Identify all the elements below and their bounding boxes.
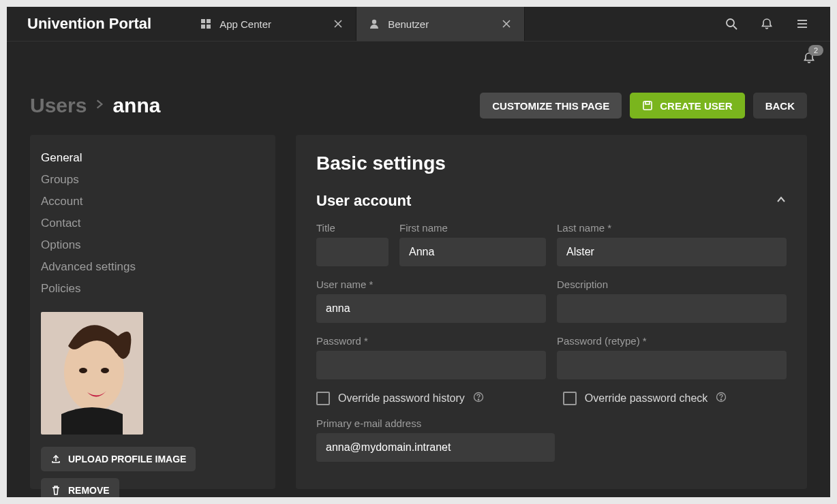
field-first-name: First name	[399, 222, 546, 266]
columns: General Groups Account Contact Options A…	[30, 135, 807, 489]
sidebar-item-options[interactable]: Options	[41, 234, 264, 256]
close-icon[interactable]	[333, 18, 344, 29]
form-row: Title First name Last name *	[316, 222, 787, 266]
user-name-input[interactable]	[316, 294, 546, 323]
password-label: Password *	[316, 335, 546, 347]
main-panel: Basic settings User account Title	[296, 135, 807, 489]
form-row: User name * Description	[316, 279, 787, 323]
svg-point-23	[721, 399, 722, 400]
svg-point-19	[101, 368, 109, 373]
section-header[interactable]: User account	[316, 192, 787, 210]
tab-label: Benutzer	[388, 18, 493, 30]
chevron-right-icon	[93, 98, 106, 113]
sidebar-item-account[interactable]: Account	[41, 191, 264, 212]
user-icon	[369, 18, 380, 29]
svg-rect-3	[207, 25, 211, 29]
top-bar: Univention Portal App Center Benutzer	[7, 7, 830, 41]
last-name-input[interactable]	[557, 238, 787, 266]
search-icon[interactable]	[724, 16, 739, 31]
create-user-button[interactable]: CREATE USER	[630, 93, 744, 119]
field-password-retype: Password (retype) *	[557, 335, 787, 379]
breadcrumb-current: anna	[112, 94, 160, 117]
tab-strip: App Center Benutzer	[188, 7, 525, 41]
first-name-label: First name	[399, 222, 546, 234]
field-description: Description	[557, 279, 787, 323]
primary-email-input[interactable]	[316, 433, 555, 462]
field-primary-email: Primary e-mail address	[316, 418, 555, 462]
tab-app-center[interactable]: App Center	[188, 7, 356, 41]
brand-title: Univention Portal	[27, 15, 151, 33]
user-name-label: User name *	[316, 279, 546, 290]
page-actions: CUSTOMIZE THIS PAGE CREATE USER BACK	[480, 93, 807, 119]
sidebar-item-advanced[interactable]: Advanced settings	[41, 256, 264, 278]
customize-page-button[interactable]: CUSTOMIZE THIS PAGE	[480, 93, 622, 119]
checkbox-icon[interactable]	[563, 392, 577, 405]
form-row: Primary e-mail address	[316, 418, 787, 462]
sidebar-item-groups[interactable]: Groups	[41, 169, 264, 191]
override-check-label: Override password check	[585, 392, 708, 405]
tab-benutzer[interactable]: Benutzer	[356, 7, 525, 41]
chevron-up-icon	[776, 194, 787, 208]
description-input[interactable]	[557, 294, 787, 323]
tab-label: App Center	[219, 18, 324, 30]
svg-rect-15	[645, 101, 650, 104]
notifications-badge: 2	[808, 45, 823, 56]
password-retype-label: Password (retype) *	[557, 335, 787, 347]
primary-email-label: Primary e-mail address	[316, 418, 555, 429]
checkbox-row: Override password history Override passw…	[316, 392, 787, 405]
field-last-name: Last name *	[557, 222, 787, 266]
profile-image	[41, 312, 143, 435]
sidebar-item-general[interactable]: General	[41, 147, 264, 169]
apps-icon	[200, 18, 211, 29]
field-title: Title	[316, 222, 389, 266]
svg-point-18	[79, 368, 87, 373]
second-bar: 2	[7, 41, 830, 74]
description-label: Description	[557, 279, 787, 290]
menu-icon[interactable]	[795, 16, 810, 31]
svg-rect-2	[201, 25, 205, 29]
form-row: Password * Password (retype) *	[316, 335, 787, 379]
last-name-label: Last name *	[557, 222, 787, 234]
upload-icon	[50, 454, 61, 464]
upload-profile-image-button[interactable]: UPLOAD PROFILE IMAGE	[41, 447, 196, 471]
notifications-bell[interactable]: 2	[802, 50, 817, 65]
svg-point-21	[478, 399, 478, 400]
bell-icon[interactable]	[759, 16, 774, 31]
topbar-icons	[724, 16, 810, 31]
sidebar-item-policies[interactable]: Policies	[41, 278, 264, 300]
close-icon[interactable]	[501, 18, 512, 29]
content-area: Users anna CUSTOMIZE THIS PAGE CREATE US…	[7, 74, 830, 497]
section-title: User account	[316, 192, 411, 210]
svg-line-10	[733, 26, 737, 29]
trash-icon	[50, 485, 61, 496]
checkbox-icon[interactable]	[316, 392, 330, 405]
override-check-item[interactable]: Override password check	[563, 392, 727, 405]
svg-rect-0	[201, 19, 205, 23]
first-name-input[interactable]	[399, 238, 546, 266]
field-user-name: User name *	[316, 279, 546, 323]
svg-rect-14	[643, 101, 652, 110]
remove-button[interactable]: REMOVE	[41, 478, 119, 497]
help-icon[interactable]	[473, 392, 484, 405]
password-input[interactable]	[316, 351, 546, 379]
back-button[interactable]: BACK	[753, 93, 807, 119]
field-password: Password *	[316, 335, 546, 379]
svg-point-9	[727, 19, 734, 27]
svg-rect-1	[207, 19, 211, 23]
sidebar-item-contact[interactable]: Contact	[41, 212, 264, 234]
panel-title: Basic settings	[316, 153, 787, 174]
svg-point-6	[372, 20, 376, 24]
password-retype-input[interactable]	[557, 351, 787, 379]
override-history-item[interactable]: Override password history	[316, 392, 484, 405]
sidebar-actions: UPLOAD PROFILE IMAGE REMOVE	[41, 447, 264, 497]
title-label: Title	[316, 222, 389, 234]
save-icon	[642, 100, 653, 111]
help-icon[interactable]	[716, 392, 727, 405]
sidebar-panel: General Groups Account Contact Options A…	[30, 135, 275, 489]
create-user-label: CREATE USER	[660, 100, 732, 112]
breadcrumb-root[interactable]: Users	[30, 94, 87, 117]
upload-label: UPLOAD PROFILE IMAGE	[68, 454, 186, 464]
title-input[interactable]	[316, 238, 389, 266]
remove-label: REMOVE	[68, 485, 110, 496]
override-history-label: Override password history	[338, 392, 465, 405]
